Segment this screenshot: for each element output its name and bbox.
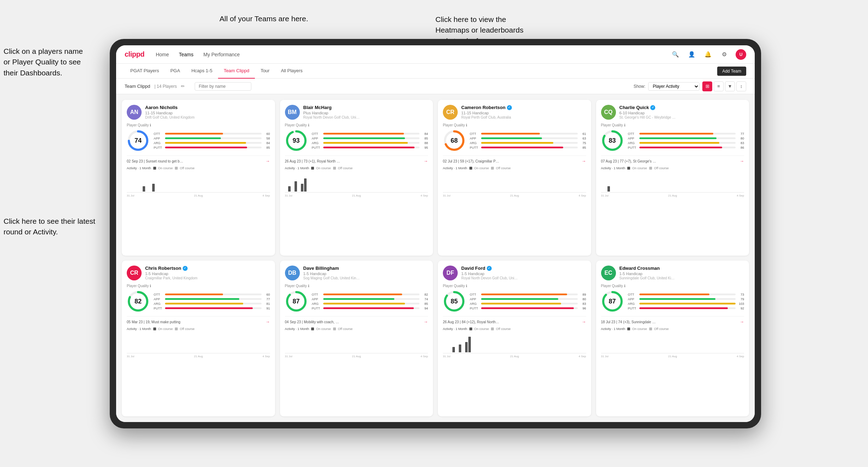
player-header: EC Edward Crossman 1-5 Handicap Sunningd…	[601, 266, 744, 280]
player-card[interactable]: AN Aaron Nicholls 11-15 Handicap Drift G…	[122, 100, 275, 256]
bell-icon[interactable]: 🔔	[703, 50, 713, 59]
player-avatar: BM	[285, 105, 300, 120]
on-course-dot	[153, 328, 156, 330]
activity-section: Activity · 1 Month On course Off course …	[127, 327, 270, 358]
activity-label-row: Activity · 1 Month On course Off course	[601, 166, 744, 170]
grid-view-button[interactable]: ⊞	[702, 81, 712, 91]
quality-bar-row: PUTT 95	[312, 146, 428, 149]
view-icons: ⊞ ≡ ▼ ↕	[702, 81, 746, 91]
player-info: Blair McHarg Plus Handicap Royal North D…	[303, 105, 428, 119]
quality-ring[interactable]: 82	[127, 290, 149, 313]
player-name[interactable]: Edward Crossman	[619, 266, 744, 271]
list-view-button[interactable]: ≡	[714, 81, 724, 91]
latest-round[interactable]: 18 Jul 23 | 74 (+3), Sunningdale GC - Ol…	[601, 316, 744, 324]
tab-team-clippd[interactable]: Team Clippd	[218, 64, 255, 79]
quality-ring[interactable]: 87	[285, 290, 308, 313]
latest-round[interactable]: 05 Mar 23 | 19, Must make putting →	[127, 316, 270, 324]
on-course-dot	[311, 167, 314, 170]
filter-input[interactable]	[195, 82, 251, 91]
player-club: Sunningdale Golf Club, United Kingdom	[619, 276, 676, 280]
latest-arrow-icon: →	[740, 319, 744, 324]
quality-ring[interactable]: 93	[285, 129, 308, 152]
quality-section: 74 OTT 60 APP 58 ARG	[127, 129, 270, 152]
player-name[interactable]: Cameron Robertson ✓	[461, 105, 586, 110]
player-card[interactable]: CR Chris Robertson ✓ 1-5 Handicap Craigm…	[122, 261, 275, 416]
latest-round[interactable]: 04 Sep 23 | Mobility with coach, Gym →	[285, 316, 428, 324]
latest-round[interactable]: 26 Aug 23 | 73 (+1), Royal North Devon G…	[285, 155, 428, 164]
quality-section: 87 OTT 82 APP 74 ARG	[285, 290, 428, 313]
player-info: Chris Robertson ✓ 1-5 Handicap Craigmill…	[145, 266, 270, 280]
chart-dates: 31 Jul 21 Aug 4 Sep	[601, 194, 744, 197]
player-name[interactable]: Chris Robertson ✓	[145, 266, 270, 271]
quality-bar-row: PUTT 86	[628, 146, 744, 149]
off-course-dot	[649, 328, 652, 330]
nav-home[interactable]: Home	[156, 52, 169, 57]
player-card[interactable]: CQ Charlie Quick ✓ 6-10 Handicap St. Geo…	[596, 100, 749, 256]
tab-hcaps[interactable]: Hcaps 1-5	[186, 64, 218, 79]
player-avatar: CR	[443, 105, 458, 120]
player-card[interactable]: EC Edward Crossman 1-5 Handicap Sunningd…	[596, 261, 749, 416]
quality-bars: OTT 60 APP 77 ARG 81 PU	[154, 293, 270, 310]
quality-section: 87 OTT 73 APP 79 ARG	[601, 290, 744, 313]
quality-ring[interactable]: 87	[601, 290, 624, 313]
quality-number: 85	[451, 298, 458, 305]
quality-bar-row: OTT 60	[154, 132, 270, 136]
quality-ring[interactable]: 74	[127, 129, 149, 152]
quality-bar-row: OTT 84	[312, 132, 428, 136]
search-icon[interactable]: 🔍	[670, 50, 680, 59]
player-header: CR Chris Robertson ✓ 1-5 Handicap Craigm…	[127, 266, 270, 280]
filter-button[interactable]: ▼	[725, 81, 735, 91]
sort-button[interactable]: ↕	[736, 81, 746, 91]
quality-number: 68	[451, 137, 458, 144]
edit-icon[interactable]: ✏	[181, 84, 185, 89]
player-name[interactable]: Dave Billingham	[303, 266, 428, 271]
annotation-teams: All of your Teams are here.	[219, 13, 308, 24]
quality-ring[interactable]: 68	[443, 129, 466, 152]
tab-pgat[interactable]: PGAT Players	[125, 64, 165, 79]
player-card[interactable]: DB Dave Billingham 1-5 Handicap Sog Magi…	[280, 261, 433, 416]
add-team-button[interactable]: Add Team	[717, 67, 746, 76]
player-name[interactable]: Charlie Quick ✓	[619, 105, 744, 110]
player-card[interactable]: CR Cameron Robertson ✓ 11-15 Handicap Ro…	[438, 100, 591, 256]
user-icon[interactable]: 👤	[687, 50, 697, 59]
quality-ring[interactable]: 83	[601, 129, 624, 152]
player-name[interactable]: David Ford ✓	[461, 266, 586, 271]
latest-round[interactable]: 26 Aug 23 | 84 (+12), Royal North Devon …	[443, 316, 586, 324]
quality-bars: OTT 73 APP 79 ARG 103 P	[628, 293, 744, 310]
chart-dates: 31 Jul 21 Aug 4 Sep	[127, 194, 270, 197]
tab-pga[interactable]: PGA	[165, 64, 185, 79]
activity-label-row: Activity · 1 Month On course Off course	[127, 166, 270, 170]
player-card[interactable]: BM Blair McHarg Plus Handicap Royal Nort…	[280, 100, 433, 256]
quality-ring[interactable]: 85	[443, 290, 466, 313]
quality-number: 87	[609, 298, 616, 305]
on-course-dot	[469, 167, 472, 170]
chart-dates: 31 Jul 21 Aug 4 Sep	[285, 355, 428, 358]
latest-round[interactable]: 07 Aug 23 | 77 (+7), St George's Hill GC…	[601, 155, 744, 164]
activity-section: Activity · 1 Month On course Off course …	[127, 166, 270, 197]
quality-bar-row: OTT 82	[312, 293, 428, 296]
player-name[interactable]: Blair McHarg	[303, 105, 428, 110]
quality-bar-row: PUTT 92	[628, 307, 744, 310]
quality-bar-row: PUTT 96	[470, 307, 586, 310]
show-select[interactable]: Player Activity Quality Score Trend	[648, 82, 699, 91]
quality-number: 93	[292, 137, 299, 144]
latest-round-text: 07 Aug 23 | 77 (+7), St George's Hill GC…	[601, 159, 658, 163]
quality-bar-row: ARG 81	[154, 302, 270, 306]
chart-dates: 31 Jul 21 Aug 4 Sep	[443, 355, 586, 358]
quality-bars: OTT 61 APP 63 ARG 75 PU	[470, 132, 586, 149]
player-name[interactable]: Aaron Nicholls	[145, 105, 270, 110]
latest-round[interactable]: 02 Sep 23 | Sunset round to get back int…	[127, 155, 270, 164]
activity-label-row: Activity · 1 Month On course Off course	[443, 166, 586, 170]
nav-teams[interactable]: Teams	[179, 52, 193, 57]
tab-tour[interactable]: Tour	[255, 64, 275, 79]
quality-bar-row: OTT 89	[470, 293, 586, 296]
latest-round-text: 05 Mar 23 | 19, Must make putting	[127, 320, 181, 324]
player-avatar: DF	[443, 266, 458, 280]
player-handicap: 1-5 Handicap	[461, 272, 586, 276]
settings-icon[interactable]: ⚙	[719, 50, 729, 59]
latest-round[interactable]: 02 Jul 23 | 59 (+17), Craigmillar Park G…	[443, 155, 586, 164]
player-card[interactable]: DF David Ford ✓ 1-5 Handicap Royal North…	[438, 261, 591, 416]
nav-avatar[interactable]: U	[736, 49, 746, 60]
nav-performance[interactable]: My Performance	[203, 52, 240, 57]
tab-all-players[interactable]: All Players	[275, 64, 308, 79]
